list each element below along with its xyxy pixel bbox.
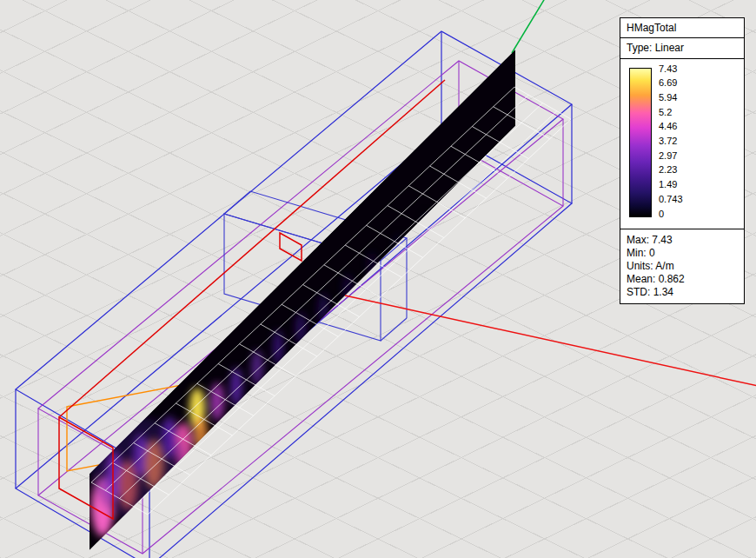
scale-label: 1.49 <box>659 179 683 190</box>
scale-label: 5.2 <box>659 107 683 118</box>
scale-label: 3.72 <box>659 136 683 147</box>
scale-label: 7.43 <box>659 63 683 75</box>
legend-scale-type: Type: Linear <box>620 38 744 58</box>
scale-label: 4.46 <box>659 121 683 132</box>
y-axis-line <box>512 0 549 53</box>
scale-label: 2.23 <box>659 164 683 176</box>
legend-stat-line: Min: 0 <box>627 247 738 260</box>
x-axis-line <box>345 296 756 386</box>
legend-stats: Max: 7.43Min: 0Units: A/mMean: 0.862STD:… <box>620 229 744 303</box>
scale-label: 0.743 <box>659 194 683 205</box>
legend-stat-line: Units: A/m <box>627 260 738 273</box>
colorbar-gradient <box>629 68 652 217</box>
legend-stat-line: Mean: 0.862 <box>627 273 738 286</box>
legend-colorbar-section: 7.436.695.945.24.463.722.972.231.490.743… <box>620 59 744 229</box>
field-legend-panel: HMagTotal Type: Linear 7.436.695.945.24.… <box>620 17 745 304</box>
scale-label: 6.69 <box>659 77 683 89</box>
scale-labels: 7.436.695.945.24.463.722.972.231.490.743… <box>659 63 683 220</box>
legend-stat-line: STD: 1.34 <box>627 286 738 299</box>
simulation-viewport-screen: HMagTotal Type: Linear 7.436.695.945.24.… <box>0 0 756 558</box>
scale-label: 2.97 <box>659 150 683 162</box>
scale-label: 0 <box>659 209 683 220</box>
legend-title: HMagTotal <box>620 18 744 38</box>
legend-stat-line: Max: 7.43 <box>627 234 738 247</box>
scale-label: 5.94 <box>659 92 683 103</box>
field-sheet <box>90 50 515 550</box>
